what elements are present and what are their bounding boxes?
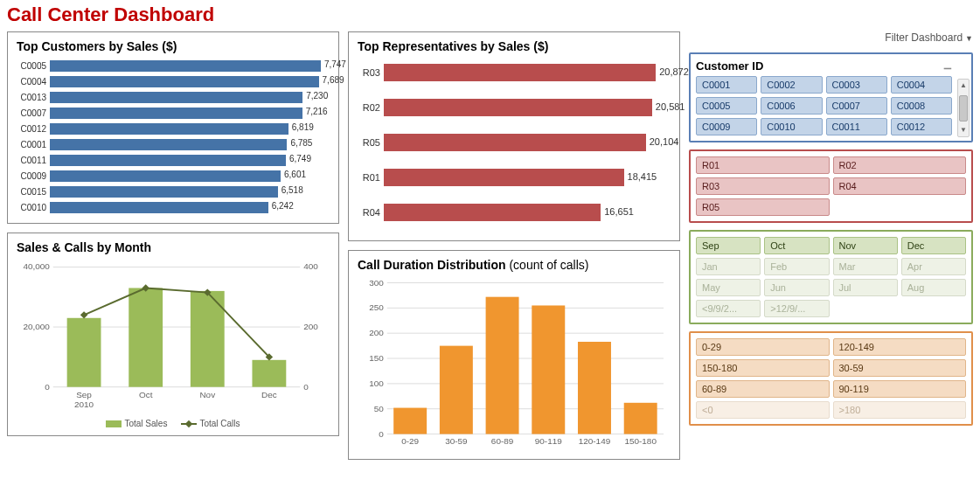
svg-text:60-89: 60-89 [491,436,514,446]
slicer-chip[interactable]: <9/9/2... [696,300,761,317]
filter-icon[interactable]: ⚊ [943,60,952,72]
bar-row: C00126,819 [17,122,330,136]
slicer-chip[interactable]: Dec [901,237,966,254]
svg-text:150: 150 [369,353,384,363]
panel-title-duration: Call Duration Distribution (count of cal… [358,258,671,272]
svg-text:0: 0 [379,429,384,439]
panel-sales-calls: Sales & Calls by Month 020,00040,0000200… [7,233,339,436]
slicer-chip[interactable]: 120-149 [833,338,967,356]
chart-sales-calls: 020,00040,0000200400SepOctNovDec2010 [17,260,330,417]
slicer-chip[interactable]: 0-29 [696,338,830,356]
bar-row: C00106,242 [17,200,330,215]
slicer-chip[interactable]: Mar [833,258,898,275]
slicer-chip[interactable]: Aug [901,279,966,296]
slicer-chip[interactable]: C0004 [891,76,952,94]
scroll-down-icon[interactable]: ▼ [958,124,969,136]
bar-label: R02 [358,102,384,113]
slicer-chip[interactable]: C0011 [826,118,887,135]
slicer-chip[interactable]: Nov [833,237,898,254]
slicer-header-customer: Customer ID [696,59,763,73]
scroll-up-icon[interactable]: ▲ [958,80,969,92]
slicer-chip[interactable]: 150-180 [696,359,830,377]
slicer-chip[interactable]: 60-89 [696,380,830,398]
svg-rect-18 [80,311,87,318]
bar-label: C0013 [17,93,50,102]
svg-rect-44 [578,342,611,434]
slicer-chip[interactable]: C0012 [891,118,952,135]
bar-value: 6,518 [281,185,303,195]
slicer-chip[interactable]: 90-119 [833,380,967,398]
svg-text:Sep: Sep [76,390,92,399]
slicer-chip[interactable]: C0003 [826,76,887,94]
slicer-chip[interactable]: 30-59 [833,359,967,377]
slicer-chip[interactable]: C0010 [761,118,822,135]
slicer-chip[interactable]: R05 [696,198,830,216]
panel-duration: Call Duration Distribution (count of cal… [348,250,680,460]
filter-dashboard-link[interactable]: Filter Dashboard▼ [689,31,973,44]
bar-value: 7,230 [306,91,328,101]
bar-label: C0011 [17,156,50,165]
slicer-chip[interactable]: C0009 [696,118,757,135]
scroll-thumb[interactable] [959,95,968,122]
svg-text:90-119: 90-119 [535,436,562,446]
slicer-chip[interactable]: R03 [696,177,830,195]
chevron-down-icon: ▼ [965,34,973,43]
bar-value: 18,415 [628,171,657,182]
slicer-chip[interactable]: Jan [696,258,761,275]
bar-row: C00096,601 [17,169,330,184]
svg-text:Oct: Oct [139,390,153,399]
panel-title-top-customers: Top Customers by Sales ($) [17,39,330,53]
slicer-chip[interactable]: Sep [696,237,761,254]
scrollbar[interactable]: ▲ ▼ [957,79,970,137]
slicer-chip[interactable]: C0001 [696,76,757,94]
svg-text:120-149: 120-149 [579,436,611,446]
slicer-chip[interactable]: C0007 [826,97,887,115]
panel-title-top-reps: Top Representatives by Sales ($) [358,39,671,53]
slicer-chip[interactable]: Apr [901,258,966,275]
bar-label: C0010 [17,203,50,212]
bar-row: R0118,415 [358,163,671,191]
bar-row: C00057,747 [17,59,330,73]
bar-row: C00116,749 [17,153,330,168]
slicer-chip[interactable]: R04 [833,177,967,195]
bar-row: R0220,581 [358,94,671,122]
bar-value: 7,216 [306,107,328,116]
svg-text:20,000: 20,000 [23,322,50,331]
bar-value: 20,872 [659,66,689,77]
svg-text:Nov: Nov [199,390,215,399]
slicer-chip[interactable]: C0005 [696,97,757,115]
slicer-chip[interactable]: C0006 [761,97,822,115]
bar-label: C0009 [17,171,50,181]
slicer-bins: 0-29120-149150-18030-5960-8990-119<0>180 [689,331,973,426]
slicer-chip[interactable]: >12/9/... [764,300,829,317]
svg-text:400: 400 [303,261,318,271]
slicer-reps: R01R02R03R04R05 [689,149,973,223]
slicer-chip[interactable]: Feb [764,258,829,275]
bar-value: 6,749 [289,154,311,163]
slicer-chip[interactable]: Jul [833,279,898,296]
svg-rect-46 [624,403,657,434]
panel-top-reps: Top Representatives by Sales ($) R0320,8… [348,31,680,241]
svg-text:50: 50 [374,404,385,413]
slicer-chip[interactable]: C0008 [891,97,952,115]
slicer-chip[interactable]: <0 [696,401,830,419]
chart-duration: 0501001502002503000-2930-5960-8990-11912… [358,277,671,452]
bar-label: C0012 [17,124,50,134]
svg-text:300: 300 [369,278,384,288]
slicer-chip[interactable]: R01 [696,156,830,174]
svg-rect-15 [252,360,286,387]
slicer-chip[interactable]: Oct [764,237,829,254]
panel-title-sales-calls: Sales & Calls by Month [17,240,330,254]
svg-text:0: 0 [45,382,50,392]
svg-rect-11 [129,288,163,386]
bar-value: 6,242 [272,201,294,211]
bar-row: C00016,785 [17,137,330,152]
slicer-chip[interactable]: R02 [833,156,967,174]
slicer-chip[interactable]: May [696,279,761,296]
svg-text:40,000: 40,000 [23,261,50,271]
slicer-chip[interactable]: >180 [833,401,967,419]
svg-rect-38 [440,346,473,434]
svg-text:0: 0 [303,382,309,392]
slicer-chip[interactable]: Jun [764,279,829,296]
slicer-chip[interactable]: C0002 [761,76,822,94]
